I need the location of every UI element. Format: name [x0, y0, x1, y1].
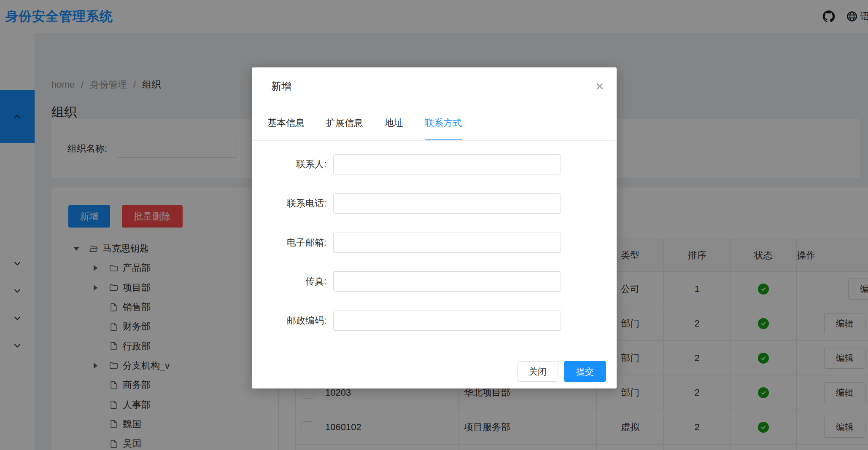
form-row: 传真:: [252, 271, 617, 292]
modal-submit-button[interactable]: 提交: [564, 361, 606, 382]
modal-close-button[interactable]: 关闭: [518, 361, 558, 382]
field-label: 联系电话:: [252, 193, 326, 214]
tab-address[interactable]: 地址: [385, 105, 403, 141]
app-root: 身份安全管理系统 语言 home/身份管理/组织 组织 组织名: [0, 0, 868, 450]
footer-divider: [252, 353, 617, 353]
form-row: 联系电话:: [252, 193, 617, 214]
field-input[interactable]: [333, 233, 561, 253]
form-row: 邮政编码:: [252, 311, 617, 331]
field-input[interactable]: [333, 271, 561, 292]
field-input[interactable]: [333, 311, 561, 331]
field-label: 电子邮箱:: [252, 233, 326, 253]
field-label: 联系人:: [252, 154, 326, 174]
form-row: 电子邮箱:: [252, 233, 617, 253]
field-label: 邮政编码:: [252, 311, 326, 331]
field-label: 传真:: [252, 271, 326, 292]
field-input[interactable]: [333, 154, 561, 174]
form-row: 联系人:: [252, 154, 617, 174]
close-icon[interactable]: ✕: [589, 67, 610, 105]
tab-contact[interactable]: 联系方式: [425, 105, 462, 141]
tab-basic[interactable]: 基本信息: [267, 105, 305, 141]
add-org-modal: 新增 ✕ 基本信息扩展信息地址联系方式 联系人:联系电话:电子邮箱:传真:邮政编…: [252, 67, 617, 388]
modal-header: 新增 ✕: [252, 67, 617, 105]
field-input[interactable]: [333, 193, 561, 214]
tabs-divider: [253, 140, 615, 141]
modal-tabs: 基本信息扩展信息地址联系方式: [267, 105, 483, 141]
tab-extended[interactable]: 扩展信息: [326, 105, 363, 141]
modal-title: 新增: [271, 67, 291, 105]
